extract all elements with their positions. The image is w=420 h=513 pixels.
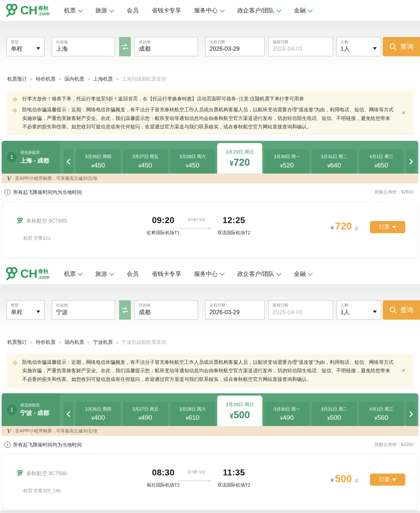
spring-knot-icon xyxy=(5,266,19,282)
date-tab-selected[interactable]: 3月29日 周日 ¥500 xyxy=(217,396,262,426)
notice-box: 行李大放价！领券下单，托运行李低至5折！返回首页，在【托运行李焕春特惠】活动页面… xyxy=(6,91,413,135)
date-tabs: 3月26日 周四 ¥400 3月27日 周五 ¥490 3月28日 周六 ¥61… xyxy=(60,396,418,426)
breadcrumb-item[interactable]: 机票预订 xyxy=(7,339,27,345)
passenger-count-select[interactable]: 人数 1人 xyxy=(336,300,381,320)
notice-baggage-promo: 行李大放价！领券下单，托运行李低至5折！返回首页，在【托运行李焕春特惠】活动页面… xyxy=(12,95,394,105)
caret-down-icon xyxy=(373,47,377,50)
swap-cities-button[interactable] xyxy=(119,300,131,320)
voucher-v-icon: V xyxy=(7,175,11,182)
search-button[interactable]: 查询 xyxy=(383,37,420,56)
app-promo-banner: V 至APP/小程序购票，可享最高立减30元/张 xyxy=(2,174,419,184)
info-icon: ! xyxy=(5,189,11,195)
breadcrumb-item[interactable]: 宁波机票 xyxy=(93,339,113,345)
close-icon[interactable]: × xyxy=(401,109,406,117)
page-bottom-edge xyxy=(0,511,420,513)
trip-type-select[interactable]: 类型 单程 xyxy=(6,37,44,56)
nav-item-savings-card[interactable]: 省钱卡专享 xyxy=(152,270,181,278)
search-icon xyxy=(389,306,397,314)
breadcrumb-item[interactable]: 国内机票 xyxy=(64,339,84,345)
destination-input[interactable]: 目的地 成都 xyxy=(135,37,198,56)
nav-item-finance[interactable]: 金融 xyxy=(294,270,312,278)
book-button[interactable]: 订票 xyxy=(370,473,405,486)
date-tab[interactable]: 3月31日 周二 ¥640 xyxy=(312,149,357,174)
trip-type-select[interactable]: 类型 单程 xyxy=(6,300,44,320)
info-row: ! 所有起飞降落时间均为当地时间 民航公布价：¥2810 xyxy=(5,189,414,196)
breadcrumb-current: 上海到成都机票查询 xyxy=(122,76,166,82)
dates-next-button[interactable] xyxy=(406,149,416,174)
dates-prev-button[interactable] xyxy=(64,402,74,426)
info-icon: ! xyxy=(5,442,11,448)
caret-down-icon xyxy=(36,310,40,313)
nav-item-service-center[interactable]: 服务中心 xyxy=(194,6,224,14)
nav-item-member[interactable]: 会员 xyxy=(127,6,139,14)
info-row: ! 所有起飞降落时间均为当地时间 民航公布价：¥2350 xyxy=(5,441,414,448)
strip-route-block: 1 请选择航班 宁波 - 成都 xyxy=(2,393,60,426)
chevron-down-icon xyxy=(109,271,114,276)
logo-text-top: 春秋 xyxy=(38,6,49,11)
strip-route-block: 1 请选择航班 上海 - 成都 xyxy=(2,141,60,173)
passenger-count-select[interactable]: 人数 1人 xyxy=(336,37,381,56)
date-tab[interactable]: 3月28日 周六 ¥610 xyxy=(170,402,215,426)
search-button[interactable]: 查询 xyxy=(383,300,420,320)
flight-row: 春秋航空 9C7685 机型 空客321 09:20 虹桥国际机场T1 3小时 … xyxy=(3,202,418,257)
nav-item-travel[interactable]: 旅游 xyxy=(95,6,114,14)
search-bar: 类型 单程 出发地 上海 目的地 成都 xyxy=(0,21,420,56)
breadcrumb-item[interactable]: 特价机票 xyxy=(36,76,55,82)
date-tab-selected[interactable]: 3月29日 周日 ¥720 xyxy=(217,143,262,174)
search-icon xyxy=(389,43,397,51)
step-badge: 1 xyxy=(7,152,17,162)
swap-cities-button[interactable] xyxy=(119,37,131,56)
arrival-airport: 双流国际机场T2 xyxy=(206,230,262,236)
nav-item-savings-card[interactable]: 省钱卡专享 xyxy=(152,6,181,14)
date-tabs: 3月26日 周四 ¥450 3月27日 周五 ¥450 3月28日 周六 ¥45… xyxy=(60,143,418,174)
date-tab[interactable]: 3月27日 周五 ¥490 xyxy=(123,402,168,426)
nav-item-flights[interactable]: 机票 xyxy=(64,6,82,14)
nav-item-service-center[interactable]: 服务中心 xyxy=(194,270,224,278)
search-zone: 类型 单程 出发地 宁波 目的地 成都 xyxy=(0,284,420,329)
date-tab[interactable]: 3月27日 周五 ¥450 xyxy=(123,149,168,174)
step-badge: 1 xyxy=(7,404,17,415)
date-tab[interactable]: 4月1日 周三 ¥560 xyxy=(359,402,404,426)
currency-symbol: ¥ xyxy=(331,477,334,484)
dates-next-button[interactable] xyxy=(406,402,416,426)
breadcrumb-item[interactable]: 特价机票 xyxy=(36,339,55,345)
spring-airlines-logo[interactable]: CH 春秋 .com xyxy=(5,3,50,19)
aircraft-type: 机型 空客321 xyxy=(23,235,50,241)
nav-item-finance[interactable]: 金融 xyxy=(294,6,312,14)
breadcrumb-item[interactable]: 机票预订 xyxy=(7,76,27,82)
spring-airlines-logo[interactable]: CH 春秋 .com xyxy=(5,266,50,282)
breadcrumb-item[interactable]: 国内机票 xyxy=(64,76,84,82)
depart-date-input[interactable]: 去程日期 2026-03-29 xyxy=(205,37,265,56)
date-tab[interactable]: 3月31日 周二 ¥500 xyxy=(312,402,357,426)
dates-prev-button[interactable] xyxy=(64,149,74,174)
price-suffix: 起 xyxy=(355,225,359,231)
date-tab[interactable]: 3月26日 周四 ¥450 xyxy=(76,149,121,174)
date-tab[interactable]: 3月26日 周四 ¥400 xyxy=(76,402,121,426)
depart-date-input[interactable]: 去程日期 2026-03-29 xyxy=(205,300,265,320)
date-tab[interactable]: 3月28日 周六 ¥450 xyxy=(170,149,215,174)
date-tab[interactable]: 3月30日 周一 ¥490 xyxy=(264,402,310,426)
return-date-input[interactable]: 返程日期 2026-04-01 xyxy=(268,300,333,320)
local-time-note: 所有起飞降落时间均为当地时间 xyxy=(13,189,82,195)
spring-knot-icon xyxy=(17,217,23,225)
page: CH 春秋 .com 机票 旅游 会员 省钱卡专享 服务中心 政企客户/团队 金… xyxy=(0,0,420,513)
date-tab[interactable]: 4月1日 周三 ¥650 xyxy=(359,149,404,174)
spring-knot-icon xyxy=(17,470,23,478)
book-button[interactable]: 订票 xyxy=(370,221,405,233)
chevron-down-icon xyxy=(78,271,83,276)
caret-down-icon xyxy=(373,310,377,313)
origin-input[interactable]: 出发地 宁波 xyxy=(52,300,115,320)
origin-input[interactable]: 出发地 上海 xyxy=(52,37,115,56)
close-icon[interactable]: × xyxy=(401,367,406,374)
breadcrumb-item[interactable]: 上海机票 xyxy=(93,76,113,82)
nav-item-travel[interactable]: 旅游 xyxy=(95,270,114,278)
nav-item-corporate[interactable]: 政企客户/团队 xyxy=(237,6,281,14)
nav-item-flights[interactable]: 机票 xyxy=(64,270,82,278)
return-date-input[interactable]: 返程日期 2026-04-01 xyxy=(268,37,333,56)
destination-input[interactable]: 目的地 成都 xyxy=(135,300,198,320)
price-group: ¥ 720 起 xyxy=(331,220,359,232)
date-strip: 1 请选择航班 宁波 - 成都 3月26日 周四 ¥400 3月27日 周五 ¥… xyxy=(2,393,419,426)
date-tab[interactable]: 3月30日 周一 ¥520 xyxy=(264,149,310,174)
nav-item-corporate[interactable]: 政企客户/团队 xyxy=(237,270,281,278)
nav-item-member[interactable]: 会员 xyxy=(127,270,139,278)
